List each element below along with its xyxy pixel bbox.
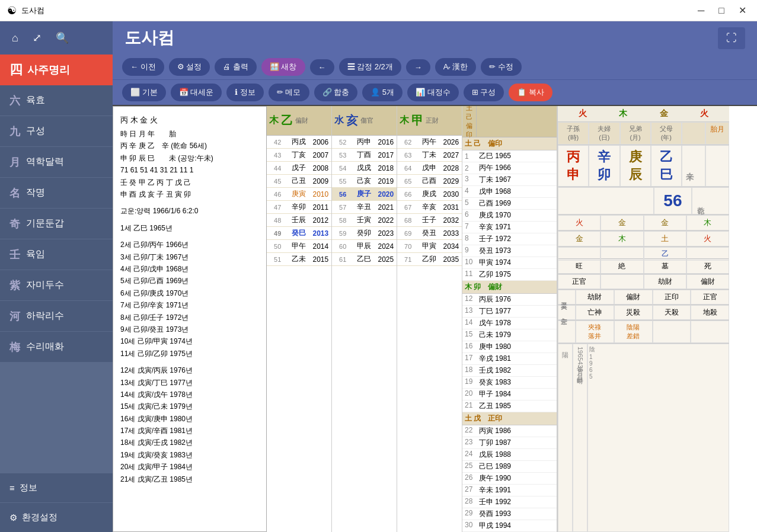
table-row[interactable]: 50甲午2014	[267, 240, 331, 253]
nav-right-button[interactable]: →	[406, 59, 430, 75]
new-window-button[interactable]: 🪟 새창	[261, 58, 305, 76]
table-row[interactable]: 64戊申2028	[397, 162, 462, 175]
close-button[interactable]: ✕	[735, 4, 750, 17]
table-row[interactable]: 12丙辰 1976	[462, 294, 557, 306]
table-row[interactable]: 23丁卯 1987	[462, 437, 557, 449]
search-button[interactable]: 🔍	[51, 29, 74, 47]
sidebar-item-yukim[interactable]: 壬 육임	[0, 239, 113, 270]
hapchung-button[interactable]: 🔗 합충	[314, 84, 358, 101]
prev-button[interactable]: ← 이전	[122, 58, 164, 76]
table-row[interactable]: 27辛未 1991	[462, 485, 557, 496]
table-row[interactable]: 66庚戌2030	[397, 188, 462, 201]
table-row[interactable]: 7 辛亥 1971	[462, 222, 557, 233]
table-row-current[interactable]: 56庚子2020	[332, 188, 397, 201]
table-row[interactable]: 21乙丑 1985	[462, 400, 557, 412]
hanja-button[interactable]: Aᵣ 漢한	[435, 58, 476, 76]
table-row[interactable]: 5 己酉 1969	[462, 198, 557, 210]
table-row[interactable]: 53丁酉2017	[332, 149, 397, 162]
settings-button[interactable]: ⚙ 설정	[169, 58, 210, 76]
table-row[interactable]: 59癸卯2023	[332, 227, 397, 240]
print-button[interactable]: 🖨 출력	[215, 58, 257, 76]
table-row[interactable]: 69癸丑2033	[397, 227, 462, 240]
home-button[interactable]: ⌂	[7, 30, 23, 47]
table-row[interactable]: 42丙戌2006	[267, 136, 331, 149]
table-row[interactable]: 20甲子 1984	[462, 389, 557, 400]
sidebar-item-yukyo[interactable]: 六 육효	[0, 85, 113, 116]
table-row[interactable]: 54戊戌2018	[332, 162, 397, 175]
table-row[interactable]: 4 戊申 1968	[462, 186, 557, 198]
table-row[interactable]: 24戊辰 1988	[462, 449, 557, 461]
table-row[interactable]: 30甲戌 1994	[462, 520, 557, 532]
table-row[interactable]: 46庚寅2010	[267, 188, 331, 201]
columns-area: 木 乙 偏財 42丙戌2006 43丁亥2007 44戊子2008 45己丑20…	[267, 106, 757, 532]
copy-button[interactable]: 📋 복사	[509, 84, 552, 101]
sidebar-item-suri[interactable]: 梅 수리매화	[0, 332, 113, 363]
table-row[interactable]: 14戊午 1978	[462, 318, 557, 329]
five-button[interactable]: 👤 5개	[362, 84, 403, 101]
table-row[interactable]: 22丙寅 1986	[462, 425, 557, 437]
table-row[interactable]: 55己亥2019	[332, 175, 397, 188]
table-row[interactable]: 16庚申 1980	[462, 341, 557, 353]
active-section[interactable]: 四 사주명리	[0, 55, 113, 85]
fullscreen-button[interactable]: ⛶	[718, 27, 745, 49]
memo-button[interactable]: ✏ 메모	[269, 84, 309, 101]
table-row[interactable]: 45己丑2009	[267, 175, 331, 188]
daejungsu-button[interactable]: 📊 대정수	[407, 84, 459, 101]
review-button[interactable]: ☰ 감정 2/2개	[339, 58, 401, 76]
table-row[interactable]: 29癸酉 1993	[462, 508, 557, 520]
table-row[interactable]: 2 丙午 1966	[462, 162, 557, 174]
table-row[interactable]: 62丙午2026	[397, 136, 462, 149]
sidebar-item-jami[interactable]: 紫 자미두수	[0, 270, 113, 301]
minimize-button[interactable]: ─	[694, 4, 708, 17]
sidebar-item-naming[interactable]: 名 작명	[0, 178, 113, 209]
table-row[interactable]: 8 壬子 1972	[462, 233, 557, 245]
sidebar-settings-button[interactable]: ⚙ 환경설정	[0, 502, 113, 532]
sidebar-item-calendar[interactable]: 月 역학달력	[0, 147, 113, 178]
table-row[interactable]: 18壬戌 1982	[462, 365, 557, 377]
table-row[interactable]: 9 癸丑 1973	[462, 245, 557, 257]
sidebar-item-harak[interactable]: 河 하락리수	[0, 301, 113, 332]
table-row[interactable]: 58壬寅2022	[332, 214, 397, 227]
expand-button[interactable]: ⤢	[28, 29, 46, 47]
table-row[interactable]: 52丙申2016	[332, 136, 397, 149]
daese-button[interactable]: 📅 대세운	[171, 84, 222, 101]
sidebar-info-button[interactable]: ≡ 정보	[0, 473, 113, 502]
table-row[interactable]: 63丁未2027	[397, 149, 462, 162]
table-row[interactable]: 28壬申 1992	[462, 496, 557, 508]
table-row[interactable]: 44戊子2008	[267, 162, 331, 175]
table-row[interactable]: 43丁亥2007	[267, 149, 331, 162]
table-row[interactable]: 70甲寅2034	[397, 240, 462, 253]
structure-button[interactable]: ⊞ 구성	[464, 84, 504, 101]
table-row[interactable]: 25己巳 1989	[462, 461, 557, 473]
maximize-button[interactable]: □	[715, 4, 728, 17]
table-row[interactable]: 61乙巳2025	[332, 253, 397, 266]
table-row[interactable]: 10 甲寅 1974	[462, 257, 557, 269]
sidebar-item-gimun[interactable]: 奇 기문둔갑	[0, 209, 113, 239]
table-row[interactable]: 1 乙巳 1965	[462, 150, 557, 162]
sidebar-item-guseong[interactable]: 九 구성	[0, 116, 113, 147]
info-button[interactable]: ℹ 정보	[226, 84, 264, 101]
table-row[interactable]: 67辛亥2031	[397, 201, 462, 214]
edit-button[interactable]: ✏ 수정	[481, 58, 522, 76]
table-row[interactable]: 49癸巳2013	[267, 227, 331, 240]
table-row[interactable]: 47辛卯2011	[267, 201, 331, 214]
empty-row: 乙	[558, 247, 729, 259]
basic-button[interactable]: ⬜ 기본	[122, 84, 166, 101]
table-row[interactable]: 19癸亥 1983	[462, 377, 557, 389]
table-row[interactable]: 65己酉2029	[397, 175, 462, 188]
table-row[interactable]: 26庚午 1990	[462, 473, 557, 485]
table-row[interactable]: 13丁巳 1977	[462, 306, 557, 318]
table-row[interactable]: 11 乙卯 1975	[462, 269, 557, 281]
table-row[interactable]: 3 丁未 1967	[462, 174, 557, 186]
table-row[interactable]: 57辛丑2021	[332, 201, 397, 214]
table-row[interactable]: 48壬辰2012	[267, 214, 331, 227]
table-row[interactable]: 17辛戌 1981	[462, 353, 557, 365]
table-row[interactable]: 51乙未2015	[267, 253, 331, 266]
table-row[interactable]: 15己未 1979	[462, 329, 557, 341]
table-row[interactable]: 68壬子2032	[397, 214, 462, 227]
table-row[interactable]: 71乙卯2035	[397, 253, 462, 266]
saju-chars-row: 丙申 辛卯 庚辰 乙巳 辛未	[558, 145, 729, 187]
table-row[interactable]: 6 庚戌 1970	[462, 210, 557, 222]
nav-left-button[interactable]: ←	[310, 59, 334, 75]
table-row[interactable]: 60甲辰2024	[332, 240, 397, 253]
